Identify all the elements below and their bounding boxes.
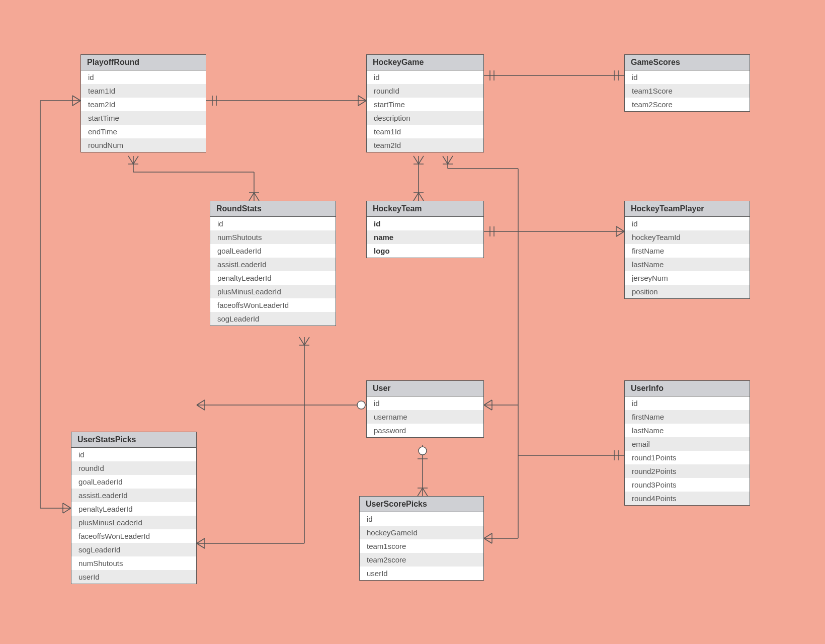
entity-field: userId bbox=[71, 570, 196, 584]
entity-field: sogLeaderId bbox=[71, 543, 196, 556]
entity-field: team2Id bbox=[81, 98, 206, 111]
svg-line-31 bbox=[448, 156, 453, 164]
svg-line-65 bbox=[423, 488, 428, 496]
entity-field: jerseyNum bbox=[625, 271, 750, 285]
entity-field: username bbox=[367, 410, 483, 424]
entity-field: round2Points bbox=[625, 464, 750, 478]
entity-field: round4Points bbox=[625, 492, 750, 505]
entity-field: id bbox=[625, 70, 750, 84]
entity-field: team2score bbox=[360, 553, 483, 567]
entity-hockeyteam: HockeyTeam idnamelogo bbox=[366, 201, 484, 258]
entity-field: round3Points bbox=[625, 478, 750, 492]
entity-title: GameScores bbox=[625, 55, 750, 70]
svg-line-50 bbox=[197, 405, 205, 410]
entity-field: firstName bbox=[625, 410, 750, 424]
svg-line-3 bbox=[358, 96, 366, 101]
entity-gamescores: GameScores idteam1Scoreteam2Score bbox=[624, 54, 750, 112]
svg-line-24 bbox=[414, 193, 419, 201]
entity-field: goalLeaderId bbox=[210, 244, 336, 258]
svg-line-69 bbox=[484, 538, 492, 543]
entity-field: id bbox=[210, 217, 336, 230]
entity-field: plusMinusLeaderId bbox=[210, 285, 336, 298]
entity-field: team2Id bbox=[367, 138, 483, 152]
svg-line-55 bbox=[72, 96, 80, 101]
svg-line-4 bbox=[358, 101, 366, 106]
entity-field: penaltyLeaderId bbox=[210, 271, 336, 285]
entity-field: email bbox=[625, 437, 750, 451]
entity-field: firstName bbox=[625, 244, 750, 258]
entity-field: name bbox=[367, 230, 483, 244]
svg-line-49 bbox=[197, 400, 205, 405]
entity-field: id bbox=[625, 396, 750, 410]
entity-title: User bbox=[367, 381, 483, 396]
svg-line-64 bbox=[418, 488, 423, 496]
entity-roundstats: RoundStats idnumShutoutsgoalLeaderIdassi… bbox=[210, 201, 336, 326]
entity-field: roundNum bbox=[81, 138, 206, 152]
svg-line-15 bbox=[133, 156, 138, 164]
entity-hockeygame: HockeyGame idroundIdstartTimedescription… bbox=[366, 54, 484, 152]
svg-line-56 bbox=[72, 101, 80, 106]
svg-point-62 bbox=[419, 447, 427, 455]
entity-title: PlayoffRound bbox=[81, 55, 206, 70]
entity-playoffround: PlayoffRound idteam1Idteam2IdstartTimeen… bbox=[80, 54, 206, 152]
entity-field: id bbox=[360, 512, 483, 526]
entity-field: faceoffsWonLeaderId bbox=[71, 529, 196, 543]
entity-field: team1Score bbox=[625, 84, 750, 98]
entity-field: sogLeaderId bbox=[210, 312, 336, 326]
entity-title: UserInfo bbox=[625, 381, 750, 396]
svg-line-25 bbox=[419, 193, 424, 201]
entity-field: id bbox=[71, 448, 196, 461]
entity-userstatspicks: UserStatsPicks idroundIdgoalLeaderIdassi… bbox=[71, 432, 197, 584]
entity-field: faceoffsWonLeaderId bbox=[210, 298, 336, 312]
entity-user: User idusernamepassword bbox=[366, 380, 484, 438]
svg-line-68 bbox=[484, 533, 492, 538]
entity-field: numShutouts bbox=[71, 556, 196, 570]
svg-line-41 bbox=[484, 400, 492, 405]
svg-line-17 bbox=[249, 193, 254, 201]
svg-line-18 bbox=[254, 193, 259, 201]
entity-field: id bbox=[625, 217, 750, 230]
svg-line-14 bbox=[128, 156, 133, 164]
svg-line-73 bbox=[197, 538, 205, 543]
entity-field: assistLeaderId bbox=[210, 258, 336, 271]
svg-line-74 bbox=[197, 543, 205, 548]
svg-line-77 bbox=[304, 337, 309, 345]
svg-line-21 bbox=[414, 156, 419, 164]
svg-line-42 bbox=[484, 405, 492, 410]
entity-field: team2Score bbox=[625, 98, 750, 111]
entity-field: id bbox=[367, 70, 483, 84]
entity-field: logo bbox=[367, 244, 483, 258]
entity-field: roundId bbox=[71, 461, 196, 475]
svg-line-37 bbox=[616, 231, 624, 236]
entity-field: userId bbox=[360, 567, 483, 580]
entity-field: team1score bbox=[360, 539, 483, 553]
entity-field: roundId bbox=[367, 84, 483, 98]
entity-title: HockeyTeamPlayer bbox=[625, 201, 750, 217]
entity-field: id bbox=[81, 70, 206, 84]
svg-line-59 bbox=[63, 508, 71, 513]
entity-field: plusMinusLeaderId bbox=[71, 516, 196, 529]
entity-field: hockeyTeamId bbox=[625, 230, 750, 244]
entity-userscorepicks: UserScorePicks idhockeyGameIdteam1scoret… bbox=[359, 496, 484, 581]
svg-point-48 bbox=[357, 401, 365, 409]
entity-title: UserStatsPicks bbox=[71, 432, 196, 448]
entity-field: id bbox=[367, 217, 483, 230]
svg-line-22 bbox=[419, 156, 424, 164]
entity-hockeyteamplayer: HockeyTeamPlayer idhockeyTeamIdfirstName… bbox=[624, 201, 750, 299]
entity-field: lastName bbox=[625, 424, 750, 437]
entity-field: assistLeaderId bbox=[71, 489, 196, 502]
entity-title: HockeyGame bbox=[367, 55, 483, 70]
entity-field: position bbox=[625, 285, 750, 298]
entity-field: numShutouts bbox=[210, 230, 336, 244]
entity-field: penaltyLeaderId bbox=[71, 502, 196, 516]
entity-userinfo: UserInfo idfirstNamelastNameemailround1P… bbox=[624, 380, 750, 506]
entity-field: password bbox=[367, 424, 483, 437]
svg-line-58 bbox=[63, 503, 71, 508]
entity-field: hockeyGameId bbox=[360, 526, 483, 539]
entity-field: id bbox=[367, 396, 483, 410]
entity-field: endTime bbox=[81, 125, 206, 138]
svg-line-36 bbox=[616, 226, 624, 231]
entity-field: goalLeaderId bbox=[71, 475, 196, 489]
svg-line-76 bbox=[299, 337, 304, 345]
svg-line-30 bbox=[443, 156, 448, 164]
